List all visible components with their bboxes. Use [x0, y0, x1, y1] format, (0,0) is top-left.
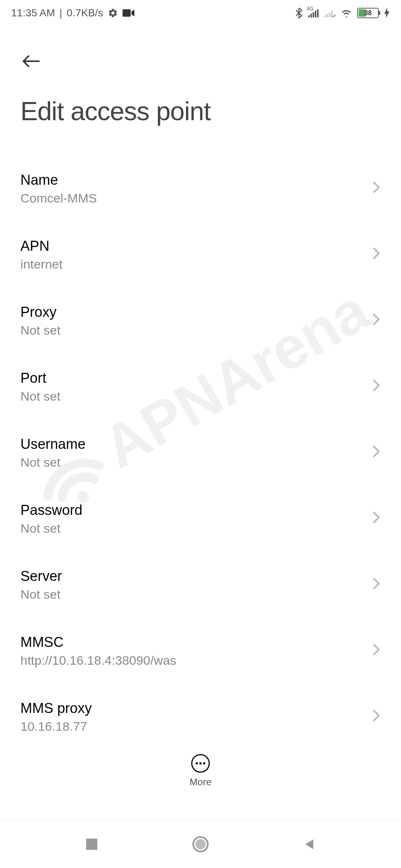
chevron-right-icon	[372, 445, 381, 461]
page-title: Edit access point	[20, 96, 381, 126]
battery-icon: 38	[357, 8, 379, 18]
status-right: 4G 38	[295, 7, 390, 19]
row-label: MMSC	[20, 634, 372, 650]
row-label: APN	[20, 238, 372, 254]
svg-point-12	[199, 762, 202, 765]
row-server[interactable]: Server Not set	[20, 552, 381, 618]
svg-rect-1	[123, 9, 131, 17]
nav-home-button[interactable]	[189, 833, 212, 855]
row-label: Proxy	[20, 304, 372, 320]
row-label: MMS proxy	[20, 700, 372, 716]
charging-icon	[384, 8, 390, 18]
row-value: Not set	[20, 521, 372, 536]
row-value: Comcel-MMS	[20, 191, 372, 206]
svg-rect-3	[310, 14, 312, 17]
wifi-icon	[341, 9, 352, 17]
chevron-right-icon	[372, 577, 381, 594]
row-value: http://10.16.18.4:38090/was	[20, 653, 372, 668]
signal-nosim-icon	[325, 9, 336, 17]
row-value: Not set	[20, 587, 372, 602]
row-password[interactable]: Password Not set	[20, 486, 381, 552]
svg-point-16	[195, 839, 206, 849]
nav-bar	[0, 820, 401, 868]
more-button[interactable]: More	[0, 754, 401, 788]
svg-rect-2	[308, 15, 310, 17]
svg-rect-9	[329, 12, 330, 17]
chevron-right-icon	[372, 511, 381, 527]
row-value: Not set	[20, 455, 372, 470]
row-username[interactable]: Username Not set	[20, 420, 381, 486]
svg-rect-8	[327, 14, 328, 17]
circle-icon	[192, 836, 209, 853]
row-value: 10.16.18.77	[20, 719, 372, 734]
row-mms-proxy[interactable]: MMS proxy 10.16.18.77	[20, 684, 381, 750]
svg-rect-14	[86, 838, 97, 849]
more-icon	[191, 754, 210, 773]
square-icon	[85, 837, 99, 851]
chevron-right-icon	[372, 379, 381, 395]
triangle-left-icon	[303, 838, 316, 851]
svg-rect-7	[325, 15, 326, 17]
header: Edit access point	[0, 26, 401, 141]
svg-rect-4	[313, 12, 314, 17]
status-speed: 0.7KB/s	[67, 7, 103, 19]
back-button[interactable]	[20, 48, 46, 74]
row-value: Not set	[20, 323, 372, 338]
settings-list: Name Comcel-MMS APN internet Proxy Not s…	[0, 141, 401, 750]
svg-point-13	[203, 762, 205, 765]
more-label: More	[189, 776, 211, 788]
camera-icon	[123, 9, 134, 17]
row-proxy[interactable]: Proxy Not set	[20, 288, 381, 354]
nav-recents-button[interactable]	[81, 833, 103, 855]
nav-back-button[interactable]	[298, 833, 320, 855]
signal-4g-icon: 4G	[308, 9, 319, 17]
chevron-right-icon	[372, 313, 381, 329]
status-bar: 11:35 AM | 0.7KB/s 4G 38	[0, 0, 401, 26]
row-apn[interactable]: APN internet	[20, 222, 381, 288]
gear-icon	[108, 8, 118, 18]
chevron-right-icon	[372, 643, 381, 660]
chevron-right-icon	[372, 181, 381, 197]
chevron-right-icon	[372, 247, 381, 263]
row-label: Username	[20, 436, 372, 452]
arrow-left-icon	[20, 54, 43, 69]
row-name[interactable]: Name Comcel-MMS	[20, 156, 381, 222]
row-label: Name	[20, 172, 372, 188]
svg-rect-10	[331, 11, 333, 17]
svg-rect-6	[317, 9, 319, 17]
row-value: Not set	[20, 389, 372, 404]
row-label: Server	[20, 568, 372, 584]
svg-rect-5	[315, 11, 316, 17]
row-value: internet	[20, 257, 372, 272]
svg-point-11	[196, 762, 198, 765]
row-mmsc[interactable]: MMSC http://10.16.18.4:38090/was	[20, 618, 381, 684]
status-time: 11:35 AM	[11, 7, 55, 19]
status-left: 11:35 AM | 0.7KB/s	[11, 7, 134, 19]
chevron-right-icon	[372, 709, 381, 726]
row-port[interactable]: Port Not set	[20, 354, 381, 420]
bluetooth-icon	[295, 7, 303, 19]
row-label: Port	[20, 370, 372, 386]
row-label: Password	[20, 502, 372, 518]
